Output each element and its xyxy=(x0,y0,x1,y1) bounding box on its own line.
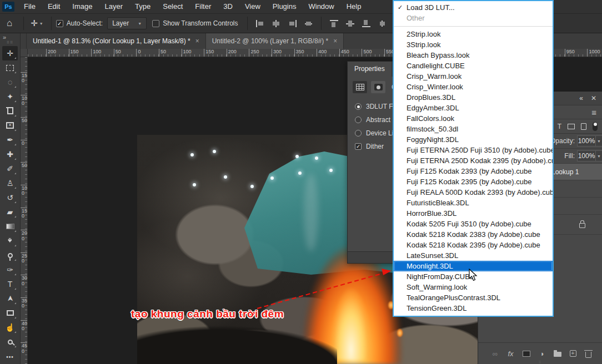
type-tool[interactable]: T xyxy=(2,277,18,291)
lut-option[interactable]: 3Strip.look xyxy=(394,39,553,50)
lut-option[interactable]: Crisp_Warm.look xyxy=(394,71,553,82)
lut-option[interactable]: Fuji ETERNA 250D Fuji 3510 (by Adobe).cu… xyxy=(394,145,553,155)
lut-option[interactable]: Candlelight.CUBE xyxy=(394,60,553,71)
brush-tool[interactable]: ✐ xyxy=(2,161,18,176)
lut-grid-icon[interactable] xyxy=(353,81,367,93)
align-middle-icon[interactable] xyxy=(346,20,354,27)
align-left-icon[interactable] xyxy=(256,20,264,27)
menu-window[interactable]: Window xyxy=(302,0,340,13)
opacity-chevron-icon[interactable]: ▼ xyxy=(596,135,602,146)
align-right-icon[interactable] xyxy=(288,20,297,27)
toolbar-grip-icon[interactable]: ⠿⠿ xyxy=(7,41,13,45)
lut-menu-other[interactable]: Other xyxy=(394,13,553,23)
mask-thumbnail-icon[interactable] xyxy=(371,81,385,93)
eyedropper-tool[interactable]: ✒ xyxy=(2,133,18,147)
chevron-down-icon[interactable]: ▼ xyxy=(39,22,43,26)
lut-option[interactable]: Fuji F125 Kodak 2393 (by Adobe).cube xyxy=(394,166,553,176)
lut-option[interactable]: 2Strip.look xyxy=(394,29,553,39)
lut-option[interactable]: TealOrangePlusContrast.3DL xyxy=(394,292,553,303)
rectangular-marquee-tool[interactable] xyxy=(2,60,18,75)
blur-tool[interactable]: ♠ xyxy=(2,234,18,248)
tab-close-icon[interactable]: × xyxy=(195,37,199,45)
ruler-origin-corner[interactable] xyxy=(21,49,28,57)
lut-option[interactable]: Kodak 5218 Kodak 2395 (by Adobe).cube xyxy=(394,240,553,250)
dither-checkbox[interactable]: ✓ xyxy=(355,143,362,150)
tab-properties[interactable]: Properties xyxy=(348,62,392,77)
lut-option[interactable]: Kodak 5205 Fuji 3510 (by Adobe).cube xyxy=(394,219,553,229)
menu-view[interactable]: View xyxy=(239,0,267,13)
filter-smart-object-icon[interactable] xyxy=(581,123,586,130)
menu-select[interactable]: Select xyxy=(157,0,189,13)
menu-plugins[interactable]: Plugins xyxy=(267,0,303,13)
layer-effects-icon[interactable]: fx xyxy=(506,350,515,358)
move-tool-preset-icon[interactable]: ✛ xyxy=(31,18,38,28)
frame-tool[interactable]: ✕ xyxy=(2,118,18,133)
filter-type-icon[interactable]: T xyxy=(558,123,561,130)
lut-option[interactable]: Soft_Warming.look xyxy=(394,282,553,292)
adjustment-layer-icon[interactable]: ◑ xyxy=(538,350,546,358)
auto-select-checkbox[interactable]: ✓ xyxy=(56,20,63,27)
radio-abstract[interactable] xyxy=(355,117,362,123)
lut-option[interactable]: FoggyNight.3DL xyxy=(394,134,553,145)
lut-option[interactable]: EdgyAmber.3DL xyxy=(394,103,553,113)
history-brush-tool[interactable]: ↺ xyxy=(2,190,18,205)
hand-tool[interactable]: ☝ xyxy=(2,320,18,335)
path-selection-tool[interactable]: ➤ xyxy=(2,291,18,306)
lut-option[interactable]: FuturisticBleak.3DL xyxy=(394,198,553,208)
lut-option[interactable]: HorrorBlue.3DL xyxy=(394,208,553,219)
healing-brush-tool[interactable]: ✚ xyxy=(2,147,18,161)
lut-option[interactable]: Kodak 5218 Kodak 2383 (by Adobe).cube xyxy=(394,229,553,240)
lut-option[interactable]: FallColors.look xyxy=(394,113,553,124)
lut-menu-load-3d-lut-[interactable]: ✓Load 3D LUT... xyxy=(394,2,553,13)
lut-option[interactable]: Fuji F125 Kodak 2395 (by Adobe).cube xyxy=(394,176,553,187)
link-layers-icon[interactable]: ∞ xyxy=(491,350,499,358)
panel-menu-icon[interactable]: ≡ xyxy=(591,108,596,117)
menu-help[interactable]: Help xyxy=(340,0,368,13)
menu-edit[interactable]: Edit xyxy=(42,0,66,13)
menu-type[interactable]: Type xyxy=(129,0,157,13)
radio-3dlut-file[interactable] xyxy=(355,103,362,110)
fill-chevron-icon[interactable]: ▼ xyxy=(596,150,602,161)
delete-layer-icon[interactable] xyxy=(584,350,593,358)
eraser-tool[interactable]: ▰ xyxy=(2,205,18,219)
menu-layer[interactable]: Layer xyxy=(99,0,129,13)
align-bottom-icon[interactable] xyxy=(362,20,370,27)
show-transform-checkbox[interactable] xyxy=(152,20,159,27)
radio-device-link[interactable] xyxy=(355,130,362,136)
fill-value-field[interactable]: 100% xyxy=(577,150,596,161)
tab-close-icon[interactable]: × xyxy=(333,37,337,45)
lut-option[interactable]: TensionGreen.3DL xyxy=(394,303,553,314)
lut-option[interactable]: Fuji REALA 500D Kodak 2393 (by Adobe).cu… xyxy=(394,187,553,198)
distribute-centers-h-icon[interactable] xyxy=(304,20,313,27)
document-tab[interactable]: Untitled-1 @ 81.3% (Color Lookup 1, Laye… xyxy=(26,33,206,49)
close-panel-icon[interactable]: ✕ xyxy=(591,94,596,102)
crop-tool[interactable] xyxy=(2,104,18,118)
lut-option[interactable]: Crisp_Winter.look xyxy=(394,82,553,92)
menu-image[interactable]: Image xyxy=(66,0,98,13)
dodge-tool[interactable] xyxy=(2,248,18,262)
lut-option[interactable]: Fuji ETERNA 250D Kodak 2395 (by Adobe).c… xyxy=(394,155,553,166)
lut-option[interactable]: Bleach Bypass.look xyxy=(394,50,553,60)
lut-option[interactable]: DropBlues.3DL xyxy=(394,92,553,103)
new-group-icon[interactable] xyxy=(553,350,561,357)
rectangle-tool[interactable] xyxy=(2,306,18,320)
distribute-centers-v-icon[interactable] xyxy=(378,20,387,27)
move-tool[interactable]: ✛ xyxy=(2,46,18,60)
filter-shape-icon[interactable] xyxy=(568,124,575,129)
filter-toggle-switch[interactable] xyxy=(593,122,598,131)
menu-file[interactable]: File xyxy=(18,0,42,13)
menu-3d[interactable]: 3D xyxy=(217,0,239,13)
new-layer-icon[interactable]: + xyxy=(569,350,577,357)
lut-option[interactable]: LateSunset.3DL xyxy=(394,250,553,261)
magic-wand-tool[interactable]: ✦ xyxy=(2,89,18,104)
pen-tool[interactable]: ✑ xyxy=(2,262,18,277)
align-center-h-icon[interactable] xyxy=(272,20,280,27)
collapse-panel-icon[interactable]: « xyxy=(579,94,583,102)
add-layer-mask-icon[interactable] xyxy=(522,351,530,357)
opacity-value-field[interactable]: 100% xyxy=(577,135,596,146)
auto-select-mode-dropdown[interactable]: Layer ▼ xyxy=(107,17,147,29)
toolbar-expand-icon[interactable]: » xyxy=(0,33,9,41)
clone-stamp-tool[interactable]: ♙ xyxy=(2,176,18,190)
edit-toolbar-icon[interactable]: ••• xyxy=(2,350,18,364)
home-icon[interactable]: ⌂ xyxy=(0,18,19,29)
